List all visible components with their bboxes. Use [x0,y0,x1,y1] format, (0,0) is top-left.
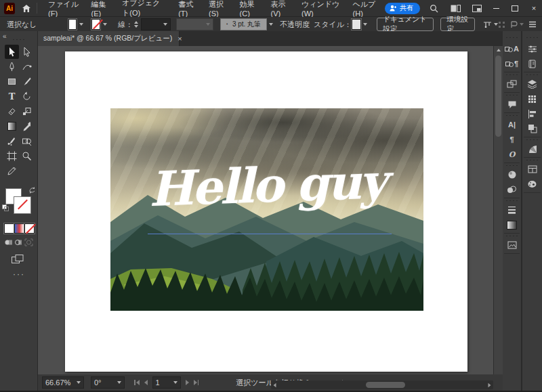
stroke-weight-stepper[interactable] [134,21,138,28]
home-icon[interactable] [22,3,31,14]
color-guide-panel-icon[interactable] [503,168,521,181]
artboard-options-panel-icon[interactable] [522,162,542,176]
transparency-panel-icon[interactable] [503,183,521,196]
last-artboard-button[interactable] [194,380,199,385]
dock-grip[interactable] [505,165,518,167]
stroke-weight-field[interactable] [141,18,171,30]
previous-artboard-button[interactable] [144,380,148,385]
tab-close-icon[interactable]: × [178,35,182,43]
draw-inside-mode-icon[interactable] [24,238,33,246]
character-styles-panel-icon[interactable]: A [503,42,521,56]
scroll-left-icon[interactable] [274,383,276,387]
pencil-tool[interactable] [5,164,19,178]
search-icon[interactable] [425,1,442,15]
align-options-control[interactable] [483,20,498,28]
stroke-color-dropdown-icon[interactable] [103,23,107,26]
style-swatch[interactable] [352,19,361,30]
eyedropper-tool[interactable] [20,119,34,133]
dock-grip[interactable] [505,114,518,116]
brush-definition-field[interactable]: ・ 3 pt. 丸筆 [220,18,267,30]
align-panel-icon[interactable] [522,107,542,121]
dock-grip[interactable] [526,159,539,161]
collapse-panel-icon[interactable]: « [3,32,7,40]
canvas-area[interactable]: Hello guy [38,46,493,374]
zoom-level-select[interactable]: 66.67% [42,376,84,389]
edit-toolbar-icon[interactable]: ··· [13,269,25,279]
color-button[interactable] [4,223,14,234]
menu-view[interactable]: 表示(V) [266,0,296,16]
gradient-panel-icon[interactable] [503,218,521,232]
menu-select[interactable]: 選択(S) [203,0,234,16]
paintbrush-tool[interactable] [20,74,34,89]
first-artboard-button[interactable] [134,380,140,385]
dock-grip[interactable] [505,37,518,39]
curvature-tool[interactable] [20,60,34,74]
asset-export-panel-icon[interactable] [503,238,521,252]
brush-definition-dropdown-icon[interactable] [269,23,273,26]
rectangle-tool[interactable] [5,74,19,89]
menu-object[interactable]: オブジェクト(O) [117,0,173,16]
artboard[interactable]: Hello guy [65,51,467,372]
brushes-panel-icon[interactable] [522,177,542,191]
dock-grip[interactable] [526,74,539,76]
artboard-number-select[interactable]: 1 [152,376,181,389]
transform-grid-icon[interactable] [498,21,505,28]
rotate-tool[interactable] [20,89,34,104]
rotation-select[interactable]: 0° [91,376,125,389]
share-button[interactable]: 共有 [385,3,420,14]
dock-grip[interactable] [505,74,518,76]
menu-window[interactable]: ウィンドウ(W) [296,0,348,16]
swatches-panel-icon[interactable] [522,92,542,106]
variable-width-profile-field[interactable] [176,18,213,30]
shape-builder-tool[interactable] [20,134,34,148]
window-maximize-button[interactable] [507,1,523,15]
none-button[interactable] [24,223,35,234]
default-fill-stroke-icon[interactable] [2,204,9,211]
app-logo-icon[interactable]: Ai [4,3,15,14]
opentype-panel-icon[interactable]: O [503,148,521,161]
stroke-color-swatch[interactable] [91,19,100,30]
screen-mode-icon[interactable] [12,255,24,264]
fill-color-dropdown-icon[interactable] [79,23,83,26]
dock-grip[interactable] [505,235,518,237]
window-close-button[interactable]: × [526,1,542,15]
opacity-label[interactable]: 不透明度 [280,20,310,30]
draw-normal-mode-icon[interactable] [4,238,13,246]
paragraph-styles-panel-icon[interactable]: ¶ [503,57,521,70]
blob-brush-tool[interactable] [5,134,19,148]
workspace-switcher-icon[interactable] [469,1,485,15]
layers-panel-icon[interactable] [522,77,542,91]
headline-text[interactable]: Hello guy [110,152,423,219]
dock-grip[interactable] [505,94,518,96]
scroll-up-icon[interactable] [494,46,503,54]
dock-grip[interactable] [505,200,518,202]
artboard-tool[interactable] [5,149,19,163]
toolbar-grip[interactable] [12,39,25,41]
pen-tool[interactable] [5,60,19,74]
document-tab[interactable]: sampleai* @ 66.67 % (RGB/プレビュー) × [38,31,180,46]
character-panel-icon[interactable]: A| [503,118,521,131]
style-dropdown-icon[interactable] [363,23,367,26]
menu-type[interactable]: 書式(T) [173,0,203,16]
vertical-scrollbar[interactable] [493,46,503,383]
gradient-button[interactable] [14,223,24,234]
direct-selection-tool[interactable] [20,45,34,59]
scale-tool[interactable] [20,104,34,118]
dock-grip[interactable] [526,37,539,39]
comments-panel-icon[interactable] [503,97,521,111]
eraser-tool[interactable] [5,104,19,118]
arrange-documents-icon[interactable] [447,1,463,15]
vertical-scroll-thumb[interactable] [495,56,501,137]
stroke-proxy-swatch[interactable] [14,197,30,213]
menu-file[interactable]: ファイル(F) [43,0,86,16]
horizontal-scrollbar[interactable] [271,380,493,389]
selection-tool[interactable] [5,45,19,59]
scroll-right-icon[interactable] [488,383,491,387]
fill-color-swatch[interactable] [68,19,77,30]
horizontal-scroll-thumb[interactable] [366,382,405,388]
panel-menu-icon[interactable] [528,21,537,28]
draw-behind-mode-icon[interactable] [14,238,23,246]
gradient-tool[interactable] [5,119,19,133]
artboards-panel-icon[interactable] [503,77,521,91]
type-tool[interactable]: T [5,89,19,104]
